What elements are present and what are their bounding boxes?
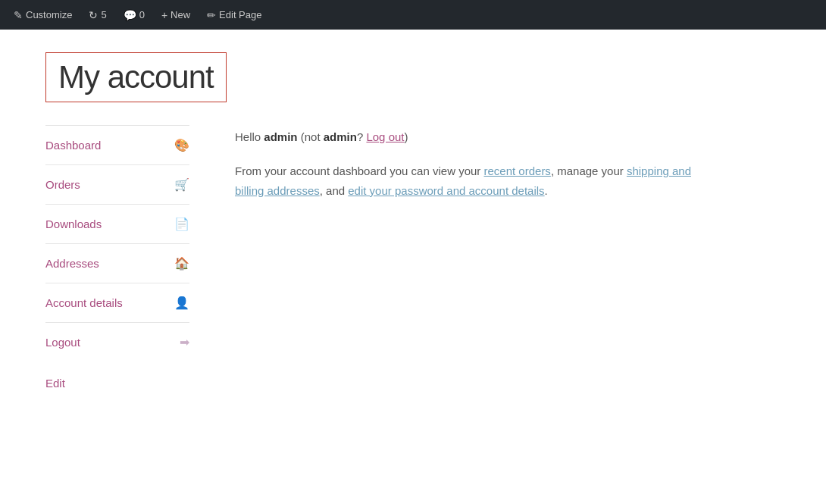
description-pre: From your account dashboard you can view… [235,164,484,177]
comments-button[interactable]: 💬 0 [117,0,151,30]
downloads-icon: 📄 [174,217,189,231]
dashboard-icon: 🎨 [174,138,189,152]
description-text: From your account dashboard you can view… [235,161,781,200]
sidebar-item-downloads[interactable]: Downloads 📄 [45,204,189,243]
sidebar-item-logout[interactable]: Logout ➡ [45,322,189,362]
main-content: Hello admin (not admin? Log out) From yo… [235,125,781,390]
greeting-q: ? [357,130,367,143]
main-layout: Dashboard 🎨 Orders 🛒 Downloads 📄 Address… [45,125,781,390]
account-details-icon: 👤 [174,296,189,310]
admin-bar: ✎ Customize ↻ 5 💬 0 + New ✏ Edit Page [0,0,826,30]
dashboard-label[interactable]: Dashboard [45,139,101,152]
logout-label[interactable]: Logout [45,336,80,349]
page-title-wrapper: My account [45,52,227,102]
logout-icon: ➡ [180,335,189,349]
new-label: New [171,9,190,20]
password-account-link[interactable]: edit your password and account details [348,184,544,197]
account-details-label[interactable]: Account details [45,296,123,309]
recent-orders-link[interactable]: recent orders [484,164,551,177]
greeting-close: ) [404,130,408,143]
addresses-icon: 🏠 [174,256,189,271]
greeting-username2: admin [324,130,357,143]
sidebar-item-addresses[interactable]: Addresses 🏠 [45,243,189,283]
customize-icon: ✎ [14,9,23,21]
addresses-label[interactable]: Addresses [45,257,99,270]
comments-icon: 💬 [124,9,136,21]
edit-page-label: Edit Page [219,9,261,20]
sidebar-item-account-details[interactable]: Account details 👤 [45,283,189,322]
downloads-label[interactable]: Downloads [45,218,102,230]
greeting-not: (not [298,130,324,143]
orders-icon: 🛒 [174,177,189,192]
comments-count: 0 [139,9,145,20]
greeting-pre: Hello [235,130,264,143]
edit-link[interactable]: Edit [45,377,189,390]
page-title: My account [58,59,214,95]
customize-button[interactable]: ✎ Customize [8,0,78,30]
edit-page-icon: ✏ [207,9,216,21]
greeting-username: admin [264,130,297,143]
updates-button[interactable]: ↻ 5 [83,0,112,30]
orders-label[interactable]: Orders [45,178,80,191]
sidebar-item-orders[interactable]: Orders 🛒 [45,164,189,204]
description-end: . [545,184,548,197]
new-button[interactable]: + New [155,0,196,30]
edit-page-button[interactable]: ✏ Edit Page [201,0,268,30]
description-mid1: , manage your [551,164,627,177]
updates-icon: ↻ [89,9,98,21]
page-content: My account Dashboard 🎨 Orders 🛒 Download… [0,30,826,412]
new-icon: + [161,9,167,21]
greeting-text: Hello admin (not admin? Log out) [235,128,781,146]
description-mid2: , and [320,184,349,197]
customize-label: Customize [26,9,72,20]
updates-count: 5 [101,9,106,20]
sidebar-nav: Dashboard 🎨 Orders 🛒 Downloads 📄 Address… [45,125,189,390]
sidebar-item-dashboard[interactable]: Dashboard 🎨 [45,125,189,164]
logout-link[interactable]: Log out [366,130,404,143]
